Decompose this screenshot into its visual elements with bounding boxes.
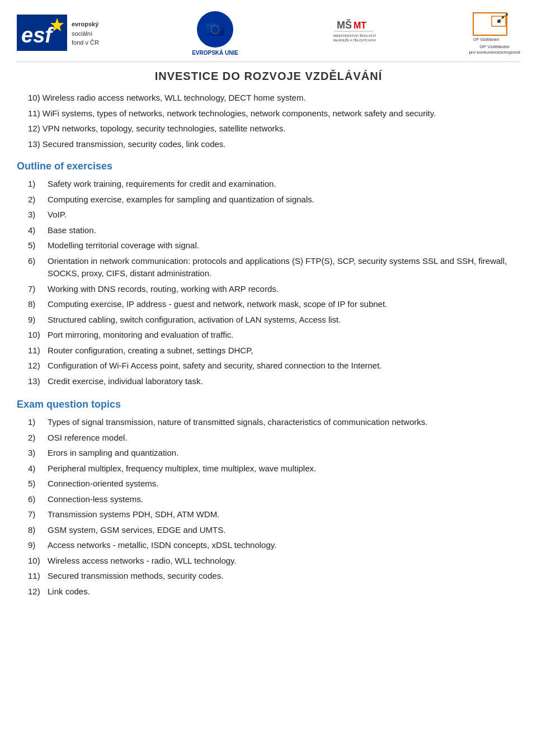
exam-item-num: 8) [28, 524, 48, 537]
exam-list-item: 6)Connection-less systems. [28, 493, 520, 506]
outline-item-text: Computing exercise, examples for samplin… [48, 193, 520, 206]
outline-item-text: Working with DNS records, routing, worki… [48, 283, 520, 296]
svg-text:MINISTERSTVO ŠKOLSTVÍ,: MINISTERSTVO ŠKOLSTVÍ, [333, 34, 376, 37]
exam-item-text: GSM system, GSM services, EDGE and UMTS. [48, 524, 520, 537]
course-items-list: 10) Wireless radio access networks, WLL … [17, 92, 520, 150]
outline-list: 1)Safety work training, requirements for… [17, 178, 520, 388]
outline-item-num: 3) [28, 209, 48, 221]
svg-text:pro konkurenceschopnost: pro konkurenceschopnost [473, 42, 517, 42]
exam-item-num: 12) [28, 585, 48, 598]
outline-item-text: Credit exercise, individual laboratory t… [48, 375, 520, 388]
exam-item-num: 11) [28, 570, 48, 583]
outline-item-text: Port mirroring, monitoring and evaluatio… [48, 329, 520, 342]
outline-list-item: 8)Computing exercise, IP address - guest… [28, 298, 520, 311]
exam-item-num: 1) [28, 416, 48, 429]
outline-item-num: 13) [28, 375, 48, 388]
outline-list-item: 12)Configuration of Wi-Fi Access point, … [28, 360, 520, 372]
exam-item-num: 7) [28, 508, 48, 521]
outline-item-text: Configuration of Wi-Fi Access point, saf… [48, 360, 520, 372]
outline-item-num: 9) [28, 314, 48, 327]
exam-item-text: Transmission systems PDH, SDH, ATM WDM. [48, 508, 520, 521]
svg-text:OP Vzdělávání: OP Vzdělávání [473, 37, 500, 41]
outline-item-num: 2) [28, 193, 48, 206]
outline-item-text: Base station. [48, 224, 520, 237]
exam-item-num: 4) [28, 462, 48, 475]
exam-item-text: Peripheral multiplex, frequency multiple… [48, 462, 520, 475]
outline-title: Outline of exercises [17, 160, 520, 172]
esf-logo-graphic: esf [17, 15, 67, 51]
exam-item-text: Types of signal transmission, nature of … [48, 416, 520, 429]
outline-list-item: 13)Credit exercise, individual laborator… [28, 375, 520, 388]
outline-item-num: 4) [28, 224, 48, 237]
outline-list-item: 11)Router configuration, creating a subn… [28, 344, 520, 357]
op-text: OP Vzdělávánípro konkurenceschopnost [469, 44, 520, 56]
outline-item-num: 11) [28, 344, 48, 357]
exam-item-num: 9) [28, 539, 48, 552]
ms-logo: MŠ MT MINISTERSTVO ŠKOLSTVÍ, MLÁDEŽE A T… [331, 17, 376, 50]
exam-item-num: 2) [28, 432, 48, 445]
exam-item-num: 5) [28, 478, 48, 490]
outline-list-item: 2)Computing exercise, examples for sampl… [28, 193, 520, 206]
course-item-12: 12) VPN networks, topology, security tec… [17, 122, 520, 135]
outline-item-text: Structured cabling, switch configuration… [48, 314, 520, 327]
exam-list-item: 11)Secured transmission methods, securit… [28, 570, 520, 583]
course-item-10: 10) Wireless radio access networks, WLL … [17, 92, 520, 105]
outline-item-num: 6) [28, 255, 48, 280]
exam-item-text: Link codes. [48, 585, 520, 598]
course-item-11: 11) WiFi systems, types of networks, net… [17, 107, 520, 120]
course-item-13: 13) Secured transmission, security codes… [17, 138, 520, 151]
outline-list-item: 10)Port mirroring, monitoring and evalua… [28, 329, 520, 342]
exam-list-item: 9)Access networks - metallic, ISDN conce… [28, 539, 520, 552]
outline-item-num: 7) [28, 283, 48, 296]
outline-item-text: Modelling territorial coverage with sign… [48, 239, 520, 252]
ms-logo-graphic: MŠ MT MINISTERSTVO ŠKOLSTVÍ, MLÁDEŽE A T… [331, 17, 376, 48]
outline-item-text: VoIP. [48, 209, 520, 221]
exam-item-text: Connection-oriented systems. [48, 478, 520, 490]
outline-item-num: 12) [28, 360, 48, 372]
svg-text:MŠ: MŠ [337, 19, 352, 31]
exam-list-item: 8)GSM system, GSM services, EDGE and UMT… [28, 524, 520, 537]
outline-list-item: 9)Structured cabling, switch configurati… [28, 314, 520, 327]
exam-list-item: 12)Link codes. [28, 585, 520, 598]
svg-text:esf: esf [21, 23, 54, 47]
exam-item-text: OSI reference model. [48, 432, 520, 445]
exam-title: Exam question topics [17, 399, 520, 410]
exam-item-text: Erors in sampling and quantization. [48, 447, 520, 460]
outline-item-num: 10) [28, 329, 48, 342]
exam-list-item: 7)Transmission systems PDH, SDH, ATM WDM… [28, 508, 520, 521]
exam-list-item: 10)Wireless access networks - radio, WLL… [28, 555, 520, 568]
exam-list-item: 4)Peripheral multiplex, frequency multip… [28, 462, 520, 475]
exam-list-item: 2)OSI reference model. [28, 432, 520, 445]
eu-logo: 🇪🇺 EVROPSKÁ UNIE [192, 11, 238, 56]
exam-item-text: Secured transmission methods, security c… [48, 570, 520, 583]
exam-item-text: Access networks - metallic, ISDN concept… [48, 539, 520, 552]
exam-item-num: 3) [28, 447, 48, 460]
svg-text:MLÁDEŽE A TĚLOVÝCHOVY: MLÁDEŽE A TĚLOVÝCHOVY [333, 38, 376, 42]
exam-list-item: 1)Types of signal transmission, nature o… [28, 416, 520, 429]
exam-item-text: Connection-less systems. [48, 493, 520, 506]
outline-item-text: Orientation in network communication: pr… [48, 255, 520, 280]
outline-list-item: 7)Working with DNS records, routing, wor… [28, 283, 520, 296]
outline-list-item: 1)Safety work training, requirements for… [28, 178, 520, 191]
exam-item-text: Wireless access networks - radio, WLL te… [48, 555, 520, 568]
op-logo: OP Vzdělávání pro konkurenceschopnost OP… [469, 12, 520, 56]
outline-item-num: 8) [28, 298, 48, 311]
exam-list-item: 5)Connection-oriented systems. [28, 478, 520, 490]
exam-item-num: 10) [28, 555, 48, 568]
outline-list-item: 4)Base station. [28, 224, 520, 237]
outline-list-item: 6)Orientation in network communication: … [28, 255, 520, 280]
outline-item-text: Router configuration, creating a subnet,… [48, 344, 520, 357]
svg-line-13 [499, 17, 503, 21]
main-title: INVESTICE DO ROZVOJE VZDĚLÁVÁNÍ [17, 70, 520, 83]
esf-subtext: evropskýsociálnífond v ČR [72, 20, 99, 48]
outline-item-text: Computing exercise, IP address - guest a… [48, 298, 520, 311]
esf-logo: esf evropskýsociálnífond v ČR [17, 15, 99, 53]
outline-list-item: 3)VoIP. [28, 209, 520, 221]
outline-list-item: 5)Modelling territorial coverage with si… [28, 239, 520, 252]
outline-item-num: 1) [28, 178, 48, 191]
outline-item-text: Safety work training, requirements for c… [48, 178, 520, 191]
exam-list-item: 3)Erors in sampling and quantization. [28, 447, 520, 460]
op-logo-graphic: OP Vzdělávání pro konkurenceschopnost [472, 12, 517, 42]
header-logos: esf evropskýsociálnífond v ČR 🇪🇺 EVROPSK… [17, 11, 520, 62]
exam-item-num: 6) [28, 493, 48, 506]
